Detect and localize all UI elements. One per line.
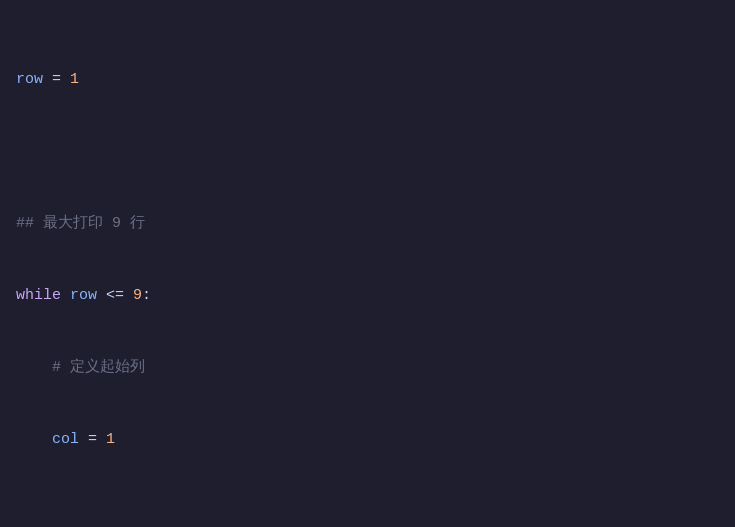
line-7 [16, 500, 719, 524]
line-5: # 定义起始列 [16, 356, 719, 380]
line-6: col = 1 [16, 428, 719, 452]
line-4: while row <= 9: [16, 284, 719, 308]
line-2 [16, 140, 719, 164]
line-1: row = 1 [16, 68, 719, 92]
code-container: row = 1 ## 最大打印 9 行 while row <= 9: # 定义… [16, 20, 719, 527]
line-3: ## 最大打印 9 行 [16, 212, 719, 236]
